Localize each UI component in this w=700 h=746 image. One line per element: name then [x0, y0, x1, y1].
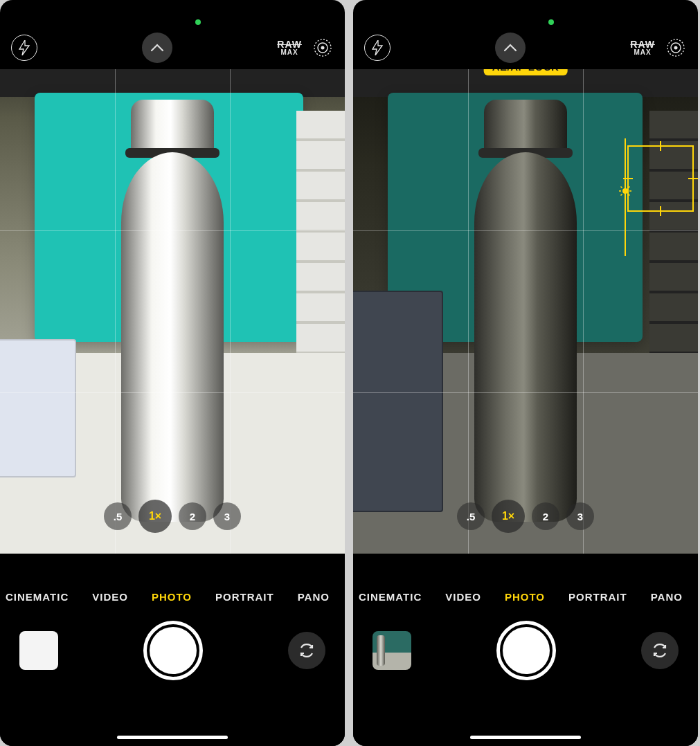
zoom-1x[interactable]: 1× [138, 500, 172, 533]
top-controls: RAW MAX [353, 28, 698, 69]
mode-pano[interactable]: PANO [298, 591, 330, 603]
home-indicator[interactable] [117, 736, 228, 739]
last-photo-thumbnail[interactable] [19, 631, 58, 670]
mode-selector[interactable]: CINEMATIC VIDEO PHOTO PORTRAIT PANO [0, 581, 345, 606]
mode-cinematic[interactable]: CINEMATIC [6, 591, 69, 603]
last-photo-thumbnail[interactable] [373, 631, 411, 670]
raw-label-bottom: MAX [281, 49, 298, 55]
zoom-3x[interactable]: 3 [566, 502, 594, 530]
zoom-0-5x[interactable]: .5 [457, 502, 485, 530]
viewfinder[interactable]: .5 1× 2 3 [0, 69, 345, 554]
raw-toggle[interactable]: RAW MAX [630, 40, 655, 55]
raw-label-bottom: MAX [634, 49, 652, 55]
svg-point-2 [321, 46, 324, 50]
shutter-button[interactable] [496, 621, 556, 680]
svg-point-5 [674, 46, 677, 50]
mode-portrait[interactable]: PORTRAIT [568, 591, 627, 603]
mode-video[interactable]: VIDEO [445, 591, 481, 603]
ae-af-lock-badge: AE/AF LOCK [484, 69, 568, 75]
privacy-indicator-dot [548, 19, 554, 25]
camera-settings-chevron[interactable] [495, 33, 526, 63]
exposure-slider[interactable] [625, 138, 626, 256]
zoom-controls: .5 1× 2 3 [457, 500, 594, 533]
raw-label-top: RAW [277, 40, 302, 49]
camera-screen-left: RAW MAX .5 1× [0, 0, 345, 746]
focus-reticle[interactable] [627, 145, 694, 212]
status-bar [0, 0, 345, 28]
zoom-2x[interactable]: 2 [179, 502, 206, 530]
flash-button[interactable] [364, 35, 391, 61]
mode-video[interactable]: VIDEO [92, 591, 128, 603]
viewfinder[interactable]: AE/AF LOCK [353, 69, 698, 554]
mode-cinematic[interactable]: CINEMATIC [359, 591, 422, 603]
zoom-0-5x[interactable]: .5 [104, 502, 132, 530]
flash-button[interactable] [11, 35, 37, 61]
svg-line-14 [621, 194, 622, 196]
bottom-controls: CINEMATIC VIDEO PHOTO PORTRAIT PANO [353, 581, 698, 746]
status-bar [353, 0, 698, 28]
home-indicator[interactable] [470, 736, 581, 739]
zoom-2x[interactable]: 2 [532, 502, 559, 530]
mode-portrait[interactable]: PORTRAIT [215, 591, 274, 603]
camera-settings-chevron[interactable] [142, 33, 172, 63]
zoom-1x[interactable]: 1× [492, 500, 525, 533]
camera-screen-right: RAW MAX AE/AF LOCK [353, 0, 698, 746]
subject-bottle [110, 100, 235, 522]
top-controls: RAW MAX [0, 28, 345, 69]
svg-line-11 [621, 187, 622, 188]
raw-toggle[interactable]: RAW MAX [277, 40, 302, 55]
raw-label-top: RAW [630, 40, 655, 49]
zoom-3x[interactable]: 3 [213, 502, 241, 530]
switch-camera-button[interactable] [641, 632, 679, 669]
shutter-button[interactable] [143, 621, 203, 680]
mode-pano[interactable]: PANO [651, 591, 683, 603]
zoom-controls: .5 1× 2 3 [104, 500, 241, 533]
mode-selector[interactable]: CINEMATIC VIDEO PHOTO PORTRAIT PANO [353, 581, 698, 606]
subject-bottle [463, 100, 588, 522]
privacy-indicator-dot [195, 19, 201, 25]
switch-camera-button[interactable] [288, 632, 325, 669]
mode-photo[interactable]: PHOTO [152, 591, 192, 603]
live-photo-toggle[interactable] [665, 37, 687, 59]
live-photo-toggle[interactable] [312, 37, 334, 59]
mode-photo[interactable]: PHOTO [505, 591, 545, 603]
bottom-controls: CINEMATIC VIDEO PHOTO PORTRAIT PANO [0, 581, 345, 746]
